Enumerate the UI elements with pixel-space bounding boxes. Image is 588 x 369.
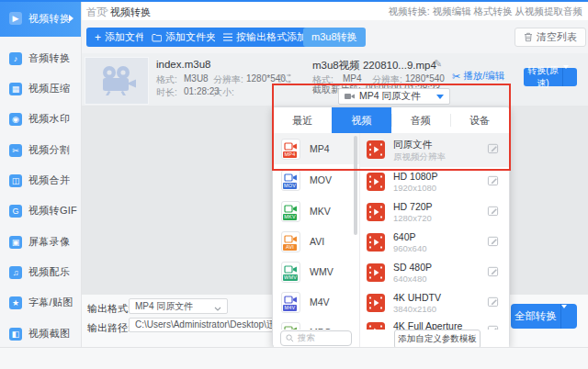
app-window: ▶ 视频转换 ♪ 音频转换 ▦ 视频压缩 ◉ 视频水印 ✂ 视频分割 ◫ 视频合…: [0, 0, 588, 369]
resolution-item-640p[interactable]: 640P 960x640: [360, 228, 510, 258]
breadcrumb-separator: >: [103, 6, 108, 16]
format-item-avi[interactable]: AVI AVI: [274, 226, 359, 257]
format-item-mov[interactable]: MOV MOV: [274, 164, 359, 196]
convert-all-button[interactable]: 全部转换: [511, 304, 577, 329]
sidebar-item-video-music[interactable]: ♫ 视频配乐: [0, 257, 81, 287]
film-play-icon: [367, 233, 385, 255]
sidebar-item-video-compress[interactable]: ▦ 视频压缩: [0, 73, 81, 104]
tab-audio[interactable]: 音频: [391, 107, 450, 133]
sidebar-item-subtitle-sticker[interactable]: ★ 字幕/贴图: [0, 287, 81, 318]
camera-small-icon: [345, 93, 355, 100]
source-format-label: 格式:: [156, 73, 177, 86]
audio-convert-icon: ♪: [9, 52, 22, 65]
play-edit-button[interactable]: ✂ 播放/编辑: [452, 70, 504, 83]
tab-device[interactable]: 设备: [450, 107, 509, 133]
sidebar-item-video-to-gif[interactable]: G 视频转GIF: [0, 196, 81, 226]
sidebar-item-audio-convert[interactable]: ♪ 音频转换: [0, 43, 81, 73]
format-item-mkv[interactable]: MKV MKV: [274, 196, 359, 227]
edit-template-icon[interactable]: [487, 141, 499, 158]
trash-icon: [524, 32, 533, 42]
feature-tagline: 视频转换: 视频编辑 格式转换 从视频提取音频: [389, 6, 582, 18]
film-play-icon: [367, 294, 385, 316]
video-thumbnail: [85, 57, 149, 105]
video-screenshot-icon: ◧: [9, 328, 22, 341]
film-play-icon: [367, 140, 385, 162]
mp4-file-icon: MP4: [281, 139, 300, 160]
format-item-wmv[interactable]: WMV WMV: [274, 256, 359, 287]
caret-down-icon: [436, 95, 444, 99]
source-resolution-label: 分辨率:: [213, 73, 243, 86]
format-item-mp4[interactable]: MP4 MP4: [274, 133, 359, 164]
film-play-icon: [367, 263, 385, 285]
source-duration-label: 时长:: [156, 86, 177, 99]
resolution-item-hd1080[interactable]: HD 1080P 1920x1080: [360, 167, 510, 197]
sidebar-item-video-split[interactable]: ✂ 视频分割: [0, 135, 81, 165]
avi-file-icon: AVI: [281, 231, 300, 252]
screen-record-icon: ▣: [9, 236, 22, 249]
video-watermark-icon: ◉: [9, 113, 22, 126]
rename-pencil-icon[interactable]: ✎: [434, 58, 442, 70]
format-panel-tabs: 最近 视频 音频 设备: [273, 107, 509, 134]
m4v-file-icon: M4V: [281, 292, 300, 313]
plus-icon: +: [95, 32, 101, 43]
add-folder-button[interactable]: 添加文件夹: [143, 28, 224, 47]
mkv-file-icon: MKV: [281, 201, 300, 222]
sidebar-item-video-merge[interactable]: ◫ 视频合并: [0, 165, 81, 196]
video-music-icon: ♫: [9, 266, 22, 279]
output-format-value: MP4: [343, 73, 362, 84]
breadcrumb-current: 视频转换: [110, 6, 151, 19]
folder-icon: [152, 33, 162, 42]
source-size-label: 大小:: [213, 86, 234, 99]
convert-options-caret[interactable]: [563, 69, 577, 85]
edit-template-icon[interactable]: [487, 204, 499, 220]
movie-camera-icon: [96, 65, 137, 96]
edit-template-icon[interactable]: [487, 173, 499, 190]
output-format-field-label: 输出格式:: [87, 302, 130, 316]
resolution-item-original[interactable]: 同原文件 原视频分辨率: [360, 133, 510, 167]
video-convert-icon: ▶: [9, 12, 22, 25]
tab-recent[interactable]: 最近: [273, 107, 332, 133]
video-to-gif-icon: G: [9, 205, 22, 218]
sidebar: ▶ 视频转换 ♪ 音频转换 ▦ 视频压缩 ◉ 视频水印 ✂ 视频分割 ◫ 视频合…: [0, 0, 82, 347]
list-icon: [223, 33, 232, 41]
window-top-accent: [0, 0, 588, 2]
edit-template-icon[interactable]: [487, 264, 499, 281]
output-path-field-label: 输出路径:: [87, 321, 130, 335]
resolution-item-4k-uhdtv[interactable]: 4K UHDTV 3840x2160: [360, 288, 510, 319]
output-file-name: m3u8视频 220810...9.mp4: [312, 59, 436, 73]
search-icon: [286, 334, 294, 342]
chevron-down-icon: [214, 298, 221, 315]
m3u8-convert-button[interactable]: m3u8转换: [303, 28, 366, 47]
sidebar-item-video-watermark[interactable]: ◉ 视频水印: [0, 104, 81, 134]
add-by-output-format-button[interactable]: 按输出格式添加: [215, 28, 315, 47]
edit-template-icon[interactable]: [487, 234, 499, 251]
convert-all-options-caret[interactable]: [561, 308, 577, 325]
output-format-select[interactable]: MP4 同原文件: [129, 298, 228, 314]
output-resolution-value: 1280*540: [405, 73, 445, 84]
mov-file-icon: MOV: [281, 170, 300, 191]
format-list-scrollbar[interactable]: [354, 136, 357, 235]
convert-row-button[interactable]: 转换(原速): [524, 68, 577, 86]
resolution-item-hd720[interactable]: HD 720P 1280x720: [360, 197, 510, 228]
subtitle-sticker-icon: ★: [9, 296, 22, 309]
add-custom-template-button[interactable]: 添加自定义参数模板: [394, 330, 481, 349]
format-search-input[interactable]: 搜索: [280, 330, 352, 346]
clear-list-button[interactable]: 清空列表: [514, 28, 586, 47]
wmv-file-icon: WMV: [281, 262, 300, 283]
sidebar-item-video-convert[interactable]: ▶ 视频转换: [0, 0, 81, 37]
video-merge-icon: ◫: [9, 174, 22, 187]
status-bar: [0, 347, 588, 369]
resolution-item-sd480[interactable]: SD 480P 640x480: [360, 258, 510, 288]
edit-template-icon[interactable]: [487, 295, 499, 311]
video-compress-icon: ▦: [9, 83, 22, 95]
film-play-icon: [367, 173, 385, 195]
sidebar-item-video-screenshot[interactable]: ◧ 视频截图: [0, 319, 81, 349]
format-picker-panel: 最近 视频 音频 设备 MP4 MP4 MOV MOV MKV: [272, 106, 510, 347]
format-item-m4v[interactable]: M4V M4V: [274, 286, 359, 318]
scissors-icon: ✂: [452, 71, 460, 83]
source-file-name: index.m3u8: [156, 59, 210, 70]
tab-video[interactable]: 视频: [332, 107, 390, 133]
sidebar-item-screen-record[interactable]: ▣ 屏幕录像: [0, 227, 81, 257]
row-output-format-select[interactable]: MP4 同原文件: [338, 88, 450, 105]
chevron-right-icon: [69, 15, 74, 22]
